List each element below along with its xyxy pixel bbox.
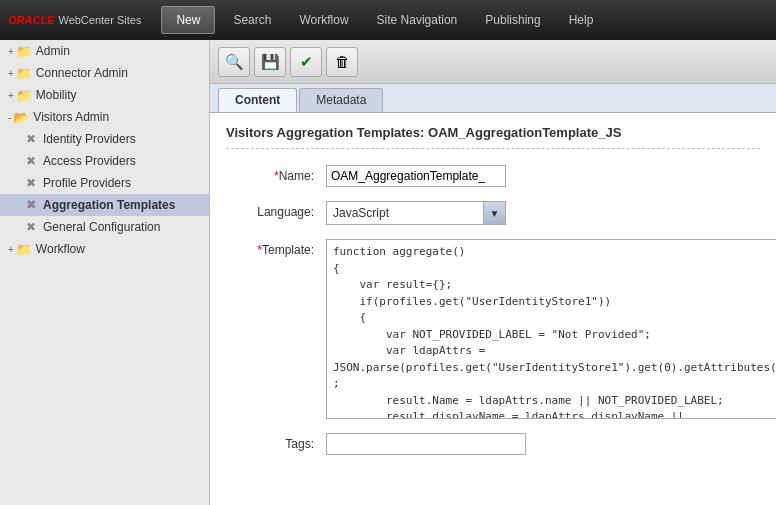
name-label: *Name: xyxy=(226,165,326,183)
sidebar-item-general-configuration[interactable]: ✖ General Configuration xyxy=(0,216,209,238)
sidebar-item-label: Visitors Admin xyxy=(33,110,109,124)
language-select[interactable]: JavaScript ▼ xyxy=(326,201,506,225)
top-navigation: ORACLE WebCenter Sites New Search Workfl… xyxy=(0,0,776,40)
toolbar: 🔍 💾 ✔ 🗑 xyxy=(210,40,776,84)
wcs-logo: WebCenter Sites xyxy=(58,14,141,26)
gear-icon: ✖ xyxy=(24,176,38,190)
tags-control xyxy=(326,433,760,455)
tab-bar: Content Metadata xyxy=(210,84,776,113)
content-area: 🔍 💾 ✔ 🗑 Content Metadata Visitors Aggreg… xyxy=(210,40,776,505)
site-navigation-menu[interactable]: Site Navigation xyxy=(363,0,472,40)
folder-icon: 📁 xyxy=(17,242,31,256)
sidebar-item-label: Access Providers xyxy=(43,154,136,168)
sidebar-item-label: Profile Providers xyxy=(43,176,131,190)
language-label: Language: xyxy=(226,201,326,219)
template-content: function aggregate() { var result={}; if… xyxy=(327,240,776,419)
expand-icon[interactable]: + xyxy=(8,244,14,255)
sidebar-item-label: Admin xyxy=(36,44,70,58)
sidebar-item-identity-providers[interactable]: ✖ Identity Providers xyxy=(0,128,209,150)
template-label: *Template: xyxy=(226,239,326,257)
tags-row: Tags: xyxy=(226,433,760,455)
sidebar-item-access-providers[interactable]: ✖ Access Providers xyxy=(0,150,209,172)
sidebar-item-admin[interactable]: + 📁 Admin xyxy=(0,40,209,62)
sidebar-item-label: Mobility xyxy=(36,88,77,102)
delete-button[interactable]: 🗑 xyxy=(326,47,358,77)
sidebar-item-label: General Configuration xyxy=(43,220,160,234)
language-select-value: JavaScript xyxy=(327,204,483,222)
search-menu[interactable]: Search xyxy=(219,0,285,40)
sidebar-item-label: Workflow xyxy=(36,242,85,256)
dropdown-arrow-icon[interactable]: ▼ xyxy=(483,202,505,224)
expand-icon[interactable]: - xyxy=(8,112,11,123)
logo: ORACLE WebCenter Sites xyxy=(8,14,141,26)
tab-content[interactable]: Content xyxy=(218,88,297,112)
template-label-text: Template: xyxy=(262,243,314,257)
gear-icon: ✖ xyxy=(24,132,38,146)
sidebar-item-label: Connector Admin xyxy=(36,66,128,80)
expand-icon[interactable]: + xyxy=(8,46,14,57)
publishing-menu[interactable]: Publishing xyxy=(471,0,554,40)
sidebar-item-aggregation-templates[interactable]: ✖ Aggregation Templates xyxy=(0,194,209,216)
search-button[interactable]: 🔍 xyxy=(218,47,250,77)
approve-button[interactable]: ✔ xyxy=(290,47,322,77)
folder-icon: 📂 xyxy=(14,110,28,124)
gear-icon: ✖ xyxy=(24,198,38,212)
name-control xyxy=(326,165,760,187)
tags-label: Tags: xyxy=(226,433,326,451)
gear-icon: ✖ xyxy=(24,154,38,168)
tags-input[interactable] xyxy=(326,433,526,455)
template-row: *Template: function aggregate() { var re… xyxy=(226,239,760,419)
template-control: function aggregate() { var result={}; if… xyxy=(326,239,776,419)
form-title: Visitors Aggregation Templates: OAM_Aggr… xyxy=(226,125,760,149)
new-menu[interactable]: New xyxy=(161,6,215,34)
sidebar-item-label: Identity Providers xyxy=(43,132,136,146)
sidebar-item-profile-providers[interactable]: ✖ Profile Providers xyxy=(0,172,209,194)
name-input[interactable] xyxy=(326,165,506,187)
folder-icon: 📁 xyxy=(17,88,31,102)
sidebar-item-connector-admin[interactable]: + 📁 Connector Admin xyxy=(0,62,209,84)
form-area: Visitors Aggregation Templates: OAM_Aggr… xyxy=(210,113,776,505)
oracle-logo: ORACLE xyxy=(8,14,54,26)
expand-icon[interactable]: + xyxy=(8,90,14,101)
sidebar-item-label: Aggregation Templates xyxy=(43,198,175,212)
expand-icon[interactable]: + xyxy=(8,68,14,79)
tab-metadata[interactable]: Metadata xyxy=(299,88,383,112)
name-row: *Name: xyxy=(226,165,760,187)
sidebar-item-mobility[interactable]: + 📁 Mobility xyxy=(0,84,209,106)
folder-icon: 📁 xyxy=(17,44,31,58)
language-row: Language: JavaScript ▼ xyxy=(226,201,760,225)
help-menu[interactable]: Help xyxy=(555,0,608,40)
template-editor[interactable]: function aggregate() { var result={}; if… xyxy=(326,239,776,419)
sidebar-item-workflow[interactable]: + 📁 Workflow xyxy=(0,238,209,260)
save-button[interactable]: 💾 xyxy=(254,47,286,77)
workflow-menu[interactable]: Workflow xyxy=(285,0,362,40)
sidebar-item-visitors-admin[interactable]: - 📂 Visitors Admin xyxy=(0,106,209,128)
main-container: + 📁 Admin + 📁 Connector Admin + 📁 Mobili… xyxy=(0,40,776,505)
sidebar: + 📁 Admin + 📁 Connector Admin + 📁 Mobili… xyxy=(0,40,210,505)
gear-icon: ✖ xyxy=(24,220,38,234)
name-label-text: Name: xyxy=(279,169,314,183)
language-control: JavaScript ▼ xyxy=(326,201,760,225)
folder-icon: 📁 xyxy=(17,66,31,80)
